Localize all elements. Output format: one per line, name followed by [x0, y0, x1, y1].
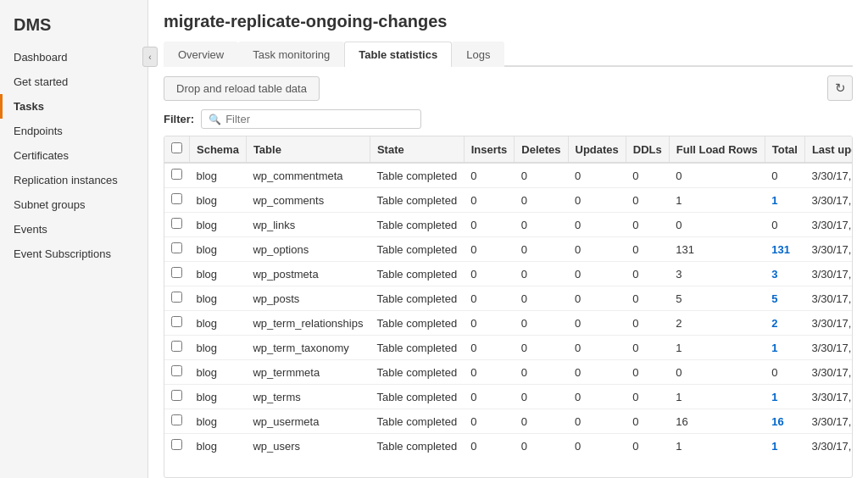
row-select-8[interactable] — [171, 365, 182, 376]
tab-table-statistics[interactable]: Table statistics — [344, 42, 452, 67]
cell-ddls-4: 0 — [626, 262, 669, 286]
sidebar-item-events[interactable]: Events — [0, 217, 147, 242]
tab-overview[interactable]: Overview — [164, 42, 238, 67]
cell-deletes-9: 0 — [515, 385, 568, 409]
cell-ddls-2: 0 — [626, 213, 669, 237]
row-select-10[interactable] — [171, 414, 182, 425]
row-select-4[interactable] — [171, 267, 182, 278]
header-updates: Updates — [568, 136, 626, 163]
reload-table-button[interactable]: Drop and reload table data — [164, 76, 320, 101]
refresh-icon: ↻ — [835, 81, 846, 96]
cell-inserts-7: 0 — [464, 336, 515, 360]
cell-ddls-10: 0 — [626, 409, 669, 434]
cell-inserts-9: 0 — [464, 385, 515, 409]
cell-full-load-rows-5: 5 — [669, 286, 765, 311]
tab-logs[interactable]: Logs — [452, 42, 504, 67]
cell-table-4: wp_postmeta — [246, 262, 370, 286]
cell-updates-1: 0 — [568, 188, 626, 213]
cell-updates-4: 0 — [568, 262, 626, 286]
cell-inserts-11: 0 — [464, 434, 515, 459]
sidebar-item-event-subscriptions[interactable]: Event Subscriptions — [0, 242, 147, 266]
row-checkbox-6 — [164, 311, 190, 336]
row-select-6[interactable] — [171, 316, 182, 327]
row-select-7[interactable] — [171, 341, 182, 352]
sidebar-item-subnet-groups[interactable]: Subnet groups — [0, 192, 147, 217]
cell-ddls-0: 0 — [626, 163, 669, 188]
table-row: blog wp_commentmeta Table completed 0 0 … — [164, 163, 853, 188]
cell-state-11: Table completed — [370, 434, 464, 459]
header-inserts: Inserts — [464, 136, 515, 163]
sidebar-collapse-button[interactable]: ‹ — [142, 47, 158, 67]
filter-label: Filter: — [164, 113, 194, 125]
cell-schema-8: blog — [190, 360, 247, 385]
cell-updates-6: 0 — [568, 311, 626, 336]
cell-total-10: 16 — [765, 409, 804, 434]
cell-ddls-11: 0 — [626, 434, 669, 459]
cell-total-6: 2 — [765, 311, 804, 336]
sidebar-item-certificates[interactable]: Certificates — [0, 143, 147, 168]
row-checkbox-2 — [164, 213, 190, 237]
header-ddls: DDLs — [626, 136, 669, 163]
row-select-0[interactable] — [171, 169, 182, 180]
filter-input[interactable] — [225, 113, 414, 125]
cell-last-updated-10: 3/30/17, 12:52 AM — [804, 409, 853, 434]
header-checkbox — [164, 136, 190, 163]
cell-last-updated-5: 3/30/17, 12:52 AM — [804, 286, 853, 311]
cell-last-updated-8: 3/30/17, 12:52 AM — [804, 360, 853, 385]
sidebar-item-replication-instances[interactable]: Replication instances — [0, 168, 147, 192]
header-state: State — [370, 136, 464, 163]
cell-inserts-2: 0 — [464, 213, 515, 237]
cell-total-0: 0 — [765, 163, 804, 188]
table-header-row: Schema Table State Inserts Deletes Updat… — [164, 136, 853, 163]
row-select-1[interactable] — [171, 193, 182, 204]
cell-last-updated-3: 3/30/17, 12:52 AM — [804, 237, 853, 262]
cell-ddls-5: 0 — [626, 286, 669, 311]
cell-schema-10: blog — [190, 409, 247, 434]
cell-last-updated-9: 3/30/17, 12:52 AM — [804, 385, 853, 409]
sidebar-item-endpoints[interactable]: Endpoints — [0, 119, 147, 143]
sidebar-item-get-started[interactable]: Get started — [0, 69, 147, 94]
tab-bar: OverviewTask monitoringTable statisticsL… — [164, 42, 853, 67]
cell-full-load-rows-1: 1 — [669, 188, 765, 213]
cell-table-3: wp_options — [246, 237, 370, 262]
cell-table-7: wp_term_taxonomy — [246, 336, 370, 360]
cell-updates-11: 0 — [568, 434, 626, 459]
cell-full-load-rows-6: 2 — [669, 311, 765, 336]
row-select-3[interactable] — [171, 242, 182, 253]
cell-state-0: Table completed — [370, 163, 464, 188]
cell-last-updated-2: 3/30/17, 12:52 AM — [804, 213, 853, 237]
row-checkbox-10 — [164, 409, 190, 434]
table-row: blog wp_posts Table completed 0 0 0 0 5 … — [164, 286, 853, 311]
header-table: Table — [246, 136, 370, 163]
cell-state-1: Table completed — [370, 188, 464, 213]
table-row: blog wp_usermeta Table completed 0 0 0 0… — [164, 409, 853, 434]
cell-inserts-10: 0 — [464, 409, 515, 434]
cell-last-updated-7: 3/30/17, 12:52 AM — [804, 336, 853, 360]
sidebar-item-tasks[interactable]: Tasks — [0, 94, 147, 119]
cell-state-7: Table completed — [370, 336, 464, 360]
row-select-9[interactable] — [171, 390, 182, 401]
row-checkbox-9 — [164, 385, 190, 409]
row-select-5[interactable] — [171, 292, 182, 303]
cell-table-9: wp_terms — [246, 385, 370, 409]
cell-inserts-3: 0 — [464, 237, 515, 262]
app-logo: DMS — [0, 8, 147, 45]
cell-ddls-9: 0 — [626, 385, 669, 409]
sidebar-item-dashboard[interactable]: Dashboard — [0, 45, 147, 69]
row-checkbox-7 — [164, 336, 190, 360]
row-select-11[interactable] — [171, 439, 182, 450]
header-last-updated: Last updated — [804, 136, 853, 163]
cell-ddls-8: 0 — [626, 360, 669, 385]
cell-last-updated-1: 3/30/17, 12:52 AM — [804, 188, 853, 213]
row-select-2[interactable] — [171, 218, 182, 229]
row-checkbox-4 — [164, 262, 190, 286]
tab-task-monitoring[interactable]: Task monitoring — [238, 42, 344, 67]
cell-table-10: wp_usermeta — [246, 409, 370, 434]
select-all-checkbox[interactable] — [171, 142, 182, 153]
cell-last-updated-6: 3/30/17, 12:52 AM — [804, 311, 853, 336]
cell-total-3: 131 — [765, 237, 804, 262]
refresh-button[interactable]: ↻ — [827, 75, 853, 101]
cell-ddls-6: 0 — [626, 311, 669, 336]
table-wrap: Schema Table State Inserts Deletes Updat… — [164, 136, 853, 478]
cell-full-load-rows-7: 1 — [669, 336, 765, 360]
